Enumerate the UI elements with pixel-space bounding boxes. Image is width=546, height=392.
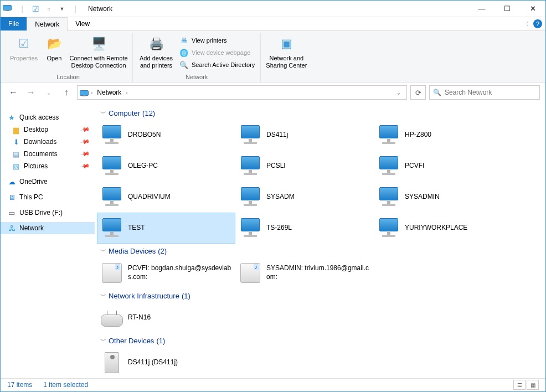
- add-devices-button[interactable]: 🖨️ Add devices and printers: [136, 33, 176, 73]
- sidebar-thispc[interactable]: 🖥This PC: [1, 191, 95, 203]
- minimize-button[interactable]: —: [469, 1, 495, 17]
- sidebar-network[interactable]: 🖧Network: [1, 222, 95, 234]
- item-icon: [377, 216, 400, 240]
- address-sep-2[interactable]: ›: [126, 90, 127, 96]
- item-label: HP-Z800: [405, 131, 431, 140]
- network-item[interactable]: YURIYWORKPLACE: [374, 213, 512, 244]
- sidebar-pictures[interactable]: ▧Pictures📌: [1, 160, 95, 172]
- network-item[interactable]: TEST: [97, 213, 235, 244]
- documents-icon: ▤: [12, 149, 20, 158]
- recent-locations-button[interactable]: ⌄: [42, 85, 56, 100]
- breadcrumb-network[interactable]: Network: [95, 89, 123, 96]
- network-item[interactable]: SYSADMIN: [374, 182, 512, 213]
- search-ad-button[interactable]: 🔍Search Active Directory: [177, 59, 257, 71]
- sharing-center-button[interactable]: ▣ Network and Sharing Center: [264, 33, 308, 73]
- network-item[interactable]: QUADRIVIUM: [97, 182, 235, 213]
- network-item[interactable]: HP-Z800: [374, 120, 512, 151]
- address-sep[interactable]: ›: [91, 90, 92, 96]
- item-label: OLEG-PC: [128, 162, 158, 171]
- item-icon: [100, 216, 123, 240]
- desktop-icon: ▆: [12, 125, 20, 134]
- network-item[interactable]: PCVFI: bogdan.shulga@sysdevlabs.com:: [97, 257, 235, 288]
- pin-icon: 📌: [80, 161, 91, 172]
- sidebar-documents[interactable]: ▤Documents📌: [1, 148, 95, 160]
- tiles-view-button[interactable]: ▦: [527, 380, 539, 390]
- cloud-icon: ☁: [7, 177, 16, 186]
- sidebar-downloads[interactable]: ⬇Downloads📌: [1, 136, 95, 148]
- group-computer-label: Computer: [109, 109, 140, 117]
- group-infra-count: (1): [182, 292, 190, 300]
- properties-button[interactable]: ☑ Properties: [7, 33, 40, 73]
- qat-separator-2: |: [69, 3, 81, 15]
- network-item[interactable]: SYSADM: [235, 182, 374, 213]
- qat-new-folder-icon[interactable]: ▫: [43, 3, 55, 15]
- close-button[interactable]: ✕: [520, 1, 545, 17]
- ribbon-collapse-icon[interactable]: 〈: [523, 20, 529, 28]
- sidebar-onedrive[interactable]: ☁OneDrive: [1, 176, 95, 188]
- title-bar: | ☑ ▫ ▼ | Network — ☐ ✕: [1, 1, 545, 17]
- maximize-button[interactable]: ☐: [495, 1, 520, 17]
- group-infra-header[interactable]: ﹀ Network Infrastructure (1): [97, 288, 543, 302]
- network-item[interactable]: TS-269L: [235, 213, 374, 244]
- item-label: RT-N16: [128, 313, 151, 322]
- details-view-button[interactable]: ☰: [513, 380, 526, 390]
- item-icon: [100, 351, 123, 374]
- qat-dropdown[interactable]: ▼: [56, 3, 68, 15]
- network-item[interactable]: DS411j (DS411j): [97, 347, 235, 378]
- qat-properties-icon[interactable]: ☑: [29, 3, 42, 15]
- refresh-button[interactable]: ⟳: [410, 85, 426, 100]
- view-printers-button[interactable]: 🖶View printers: [177, 34, 257, 47]
- network-item[interactable]: DROBO5N: [97, 120, 235, 151]
- tab-view[interactable]: View: [68, 17, 97, 30]
- group-computer-header[interactable]: ﹀ Computer (12): [97, 106, 543, 120]
- network-item[interactable]: PCVFI: [374, 151, 512, 182]
- network-item[interactable]: PCSLI: [235, 151, 374, 182]
- open-label: Open: [47, 55, 62, 62]
- webpage-icon: 🌐: [179, 48, 188, 57]
- tab-network[interactable]: Network: [27, 17, 68, 31]
- open-button[interactable]: 📂 Open: [42, 33, 67, 73]
- window-title: Network: [88, 5, 112, 13]
- back-button[interactable]: ←: [6, 85, 20, 100]
- sharing-center-icon: ▣: [277, 35, 295, 53]
- item-icon: [100, 306, 123, 329]
- sidebar-quick-access[interactable]: ★Quick access: [1, 111, 95, 123]
- sidebar-usb[interactable]: ▭USB Drive (F:): [1, 207, 95, 219]
- item-icon: [100, 185, 123, 209]
- search-box[interactable]: 🔍: [429, 85, 540, 100]
- group-other-count: (1): [156, 337, 165, 345]
- properties-label: Properties: [10, 55, 38, 62]
- search-input[interactable]: [445, 89, 536, 96]
- content-pane[interactable]: ﹀ Computer (12) DROBO5NDS411jHP-Z800OLEG…: [95, 102, 545, 378]
- group-other-header[interactable]: ﹀ Other Devices (1): [97, 333, 543, 347]
- group-network-label: Network: [186, 73, 208, 82]
- group-computer-count: (12): [142, 109, 155, 117]
- network-icon: 🖧: [7, 224, 16, 233]
- sidebar-pictures-label: Pictures: [24, 162, 48, 170]
- item-icon: [239, 185, 262, 209]
- status-selected-count: 1 item selected: [43, 381, 88, 389]
- address-history-dropdown[interactable]: ⌄: [393, 90, 404, 96]
- up-button[interactable]: ↑: [59, 85, 74, 100]
- item-label: DS411j: [266, 131, 288, 140]
- tab-file[interactable]: File: [1, 17, 27, 30]
- network-item[interactable]: DS411j: [235, 120, 374, 151]
- sidebar-desktop[interactable]: ▆Desktop📌: [1, 123, 95, 136]
- group-location-label: Location: [56, 73, 80, 82]
- item-label: DROBO5N: [128, 131, 161, 140]
- view-webpage-button[interactable]: 🌐View device webpage: [177, 47, 257, 59]
- help-icon[interactable]: ?: [533, 19, 542, 28]
- search-icon: 🔍: [433, 89, 441, 96]
- item-label: DS411j (DS411j): [128, 358, 178, 367]
- group-media-header[interactable]: ﹀ Media Devices (2): [97, 244, 543, 257]
- network-item[interactable]: RT-N16: [97, 302, 235, 333]
- pin-icon: 📌: [80, 125, 91, 135]
- network-item[interactable]: OLEG-PC: [97, 151, 235, 182]
- network-item[interactable]: SYSADMIN: trivium.1986@gmail.com:: [235, 257, 374, 288]
- forward-button[interactable]: →: [24, 85, 38, 100]
- remote-desktop-button[interactable]: 🖥️ Connect with Remote Desktop Connectio…: [68, 33, 129, 73]
- status-bar: 17 items 1 item selected ☰ ▦: [1, 378, 545, 391]
- address-box[interactable]: › Network › ⌄: [77, 85, 407, 100]
- pin-icon: 📌: [80, 137, 91, 147]
- qat-network-icon[interactable]: [3, 3, 15, 15]
